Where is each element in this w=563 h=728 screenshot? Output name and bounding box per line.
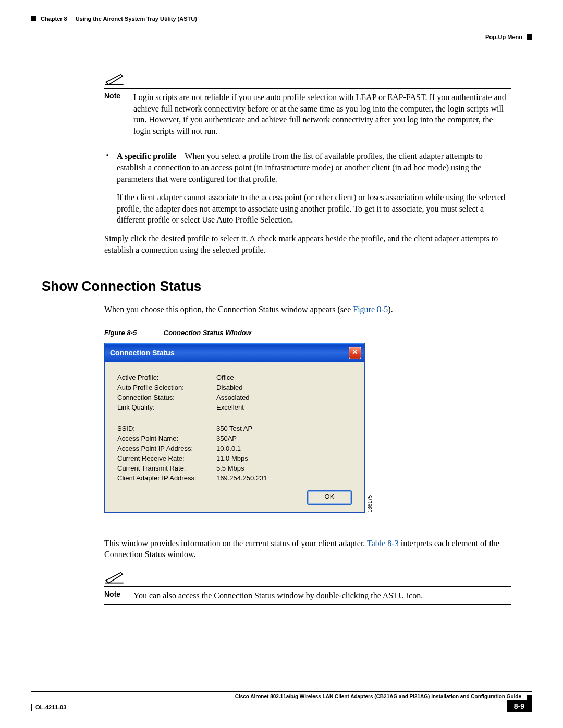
note-block-1: Note Login scripts are not reliable if y… [104, 88, 511, 140]
status-key: Connection Status: [117, 393, 216, 401]
status-key: Access Point IP Address: [117, 445, 216, 452]
bullet-bold: A specific profile [117, 152, 176, 161]
status-val: Disabled [216, 384, 352, 391]
status-key: Client Adapter IP Address: [117, 474, 216, 482]
chapter-marker-icon [31, 16, 36, 21]
intro-a: When you choose this option, the Connect… [104, 305, 353, 314]
figure-number: 136175 [367, 492, 373, 512]
status-val: 10.0.0.1 [216, 445, 352, 452]
header-right: Pop-Up Menu [485, 34, 532, 40]
connection-status-dialog: Connection Status ✕ Active Profile:Offic… [104, 343, 365, 513]
after-a: This window provides information on the … [104, 539, 367, 548]
section-heading: Show Connection Status [42, 278, 532, 294]
status-val: Associated [216, 393, 352, 401]
footer-marker-icon [527, 695, 532, 700]
status-key: Current Transmit Rate: [117, 464, 216, 472]
status-grid: Active Profile:Office Auto Profile Selec… [117, 374, 352, 482]
figure-link[interactable]: Figure 8-5 [353, 305, 388, 314]
footer-doc-id: OL-4211-03 [35, 704, 66, 710]
status-key: Link Quality: [117, 403, 216, 411]
para-simpleclick: Simply click the desired profile to sele… [104, 233, 511, 255]
table-link[interactable]: Table 8-3 [367, 539, 399, 548]
note-text: You can also access the Connection Statu… [133, 590, 423, 601]
dialog-title: Connection Status [110, 349, 175, 357]
intro-b: ). [388, 305, 393, 314]
status-val: 169.254.250.231 [216, 474, 352, 482]
page-number: 8-9 [507, 700, 532, 712]
status-key: Current Receive Rate: [117, 454, 216, 462]
chapter-title: Using the Aironet System Tray Utility (A… [76, 16, 197, 22]
status-key: Access Point Name: [117, 435, 216, 442]
note-icon [104, 71, 511, 88]
note-icon [104, 570, 511, 586]
breadcrumb: Pop-Up Menu [485, 34, 522, 40]
status-val: Excellent [216, 403, 352, 411]
note-label: Note [104, 92, 125, 137]
note-label: Note [104, 590, 125, 601]
status-val: 11.0 Mbps [216, 454, 352, 462]
dialog-titlebar: Connection Status ✕ [105, 343, 364, 362]
figure-caption: Figure 8-5 Connection Status Window [104, 329, 511, 337]
after-dialog-para: This window provides information on the … [104, 538, 511, 560]
status-val: Office [216, 374, 352, 381]
close-button[interactable]: ✕ [349, 347, 361, 359]
note-block-2: Note You can also access the Connection … [104, 586, 511, 605]
footer: Cisco Aironet 802.11a/b/g Wireless LAN C… [31, 691, 532, 712]
status-val: 5.5 Mbps [216, 464, 352, 472]
bullet-specific-profile: A specific profile—When you select a pro… [117, 151, 511, 226]
figure-label: Figure 8-5 [104, 329, 137, 337]
status-key: SSID: [117, 425, 216, 433]
breadcrumb-marker-icon [527, 34, 532, 40]
status-key: Auto Profile Selection: [117, 384, 216, 391]
chapter-label: Chapter 8 [41, 16, 67, 22]
section-intro: When you choose this option, the Connect… [104, 304, 511, 315]
footer-rule [31, 691, 532, 692]
status-key: Active Profile: [117, 374, 216, 381]
bullet-dot-icon: • [104, 151, 111, 226]
ok-button[interactable]: OK [307, 490, 352, 505]
footer-bar-icon [31, 704, 32, 711]
footer-guide-title: Cisco Aironet 802.11a/b/g Wireless LAN C… [31, 694, 527, 699]
header-left: Chapter 8 Using the Aironet System Tray … [31, 16, 197, 22]
close-icon: ✕ [352, 348, 358, 356]
figure-title: Connection Status Window [164, 329, 251, 337]
status-val: 350AP [216, 435, 352, 442]
status-val: 350 Test AP [216, 425, 352, 433]
bullet-para2: If the client adapter cannot associate t… [117, 192, 511, 226]
note-text: Login scripts are not reliable if you us… [133, 92, 511, 137]
